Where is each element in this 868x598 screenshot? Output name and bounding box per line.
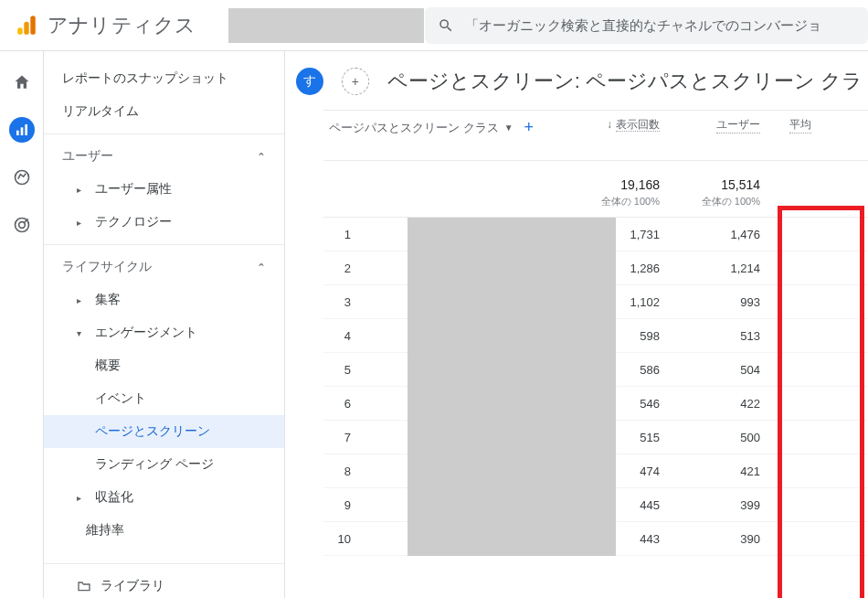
search-placeholder: 「オーガニック検索と直接的なチャネルでのコンバージョ	[465, 17, 821, 35]
sidebar-item-landing[interactable]: ランディング ページ	[44, 448, 284, 481]
totals-views-pct: 全体の 100%	[601, 195, 660, 208]
row-index: 2	[323, 262, 362, 275]
column-header-views[interactable]: ↓表示回数	[568, 118, 669, 137]
sort-desc-icon: ↓	[607, 118, 612, 131]
column-header-users[interactable]: ユーザー	[669, 118, 769, 137]
svg-point-8	[18, 222, 25, 229]
sidebar-item-engagement[interactable]: ▾エンゲージメント	[44, 316, 284, 349]
sidebar-item-user-attr[interactable]: ▸ユーザー属性	[44, 173, 284, 206]
rail-home-icon[interactable]	[9, 69, 35, 95]
sidebar-item-acquisition[interactable]: ▸集客	[44, 283, 284, 316]
search-icon	[438, 17, 454, 34]
sidebar-section-lifecycle[interactable]: ライフサイクル ⌄	[44, 251, 284, 283]
svg-rect-4	[20, 127, 23, 135]
cell-users: 421	[669, 465, 769, 478]
column-header-extra[interactable]: 平均	[769, 118, 811, 137]
totals-row: 19,168 全体の 100% 15,514 全体の 100%	[323, 161, 868, 218]
icon-rail	[0, 51, 44, 598]
sidebar-item-monetize[interactable]: ▸収益化	[44, 481, 284, 514]
sidebar-item-technology[interactable]: ▸テクノロジー	[44, 206, 284, 239]
row-index: 1	[323, 228, 362, 241]
totals-users: 15,514	[721, 176, 760, 193]
sidebar-item-snapshot[interactable]: レポートのスナップショット	[44, 62, 284, 95]
page-header: す + ページとスクリーン: ページパスとスクリーン クラ	[285, 51, 868, 112]
cell-users: 504	[669, 363, 769, 377]
row-index: 5	[323, 363, 362, 377]
cell-users: 390	[669, 532, 769, 546]
cell-users: 513	[669, 329, 769, 343]
data-table: ページパスとスクリーン クラス ▼ + ↓表示回数 ユーザー 平均	[285, 110, 868, 556]
svg-rect-2	[30, 16, 35, 35]
svg-rect-0	[17, 27, 22, 35]
row-index: 9	[323, 498, 362, 512]
chevron-up-icon: ⌄	[257, 261, 266, 273]
folder-icon	[77, 579, 91, 593]
table-body: 11,7311,47621,2861,21431,102993459851355…	[323, 218, 868, 556]
dimension-header[interactable]: ページパスとスクリーン クラス ▼ +	[323, 118, 568, 137]
sidebar-item-pages-screens[interactable]: ページとスクリーン	[44, 415, 284, 448]
page-title: ページとスクリーン: ページパスとスクリーン クラ	[387, 68, 863, 95]
segment-pill[interactable]: す	[296, 68, 323, 95]
cell-users: 422	[669, 397, 769, 411]
product-name: アナリティクス	[48, 12, 196, 39]
cell-users: 993	[669, 295, 769, 309]
sidebar: レポートのスナップショット リアルタイム ユーザー ⌄ ▸ユーザー属性 ▸テクノ…	[44, 51, 285, 598]
cell-users: 1,476	[669, 228, 769, 241]
sidebar-item-library[interactable]: ライブラリ	[44, 570, 284, 598]
svg-rect-3	[16, 131, 19, 135]
cell-users: 1,214	[669, 262, 769, 275]
sidebar-section-user[interactable]: ユーザー ⌄	[44, 140, 284, 173]
row-index: 7	[323, 431, 362, 444]
logo[interactable]: アナリティクス	[7, 12, 203, 39]
rail-reports-icon[interactable]	[9, 117, 35, 143]
analytics-logo-icon	[15, 14, 38, 37]
row-index: 3	[323, 295, 362, 309]
row-index: 10	[323, 532, 362, 546]
path-column-redacted	[408, 218, 616, 556]
rail-explore-icon[interactable]	[9, 165, 35, 190]
topbar: アナリティクス 「オーガニック検索と直接的なチャネルでのコンバージョ	[0, 0, 868, 51]
sidebar-item-overview[interactable]: 概要	[44, 349, 284, 382]
chevron-up-icon: ⌄	[257, 150, 266, 163]
totals-views: 19,168	[620, 176, 660, 193]
svg-rect-1	[24, 21, 28, 34]
add-dimension-icon[interactable]: +	[524, 118, 535, 137]
row-index: 8	[323, 465, 362, 478]
svg-point-6	[15, 171, 28, 185]
account-selector-redacted[interactable]	[228, 8, 424, 43]
svg-rect-5	[25, 124, 27, 135]
row-index: 6	[323, 397, 362, 411]
cell-users: 500	[669, 431, 769, 444]
app-shell: レポートのスナップショット リアルタイム ユーザー ⌄ ▸ユーザー属性 ▸テクノ…	[0, 51, 868, 598]
cell-users: 399	[669, 498, 769, 512]
add-segment-button[interactable]: +	[342, 68, 369, 95]
sidebar-item-events[interactable]: イベント	[44, 382, 284, 415]
row-index: 4	[323, 329, 362, 343]
search-input[interactable]: 「オーガニック検索と直接的なチャネルでのコンバージョ	[425, 7, 868, 44]
rail-target-icon[interactable]	[9, 212, 35, 238]
chevron-down-icon: ▼	[504, 123, 513, 133]
sidebar-item-retention[interactable]: 維持率	[44, 514, 284, 547]
sidebar-item-realtime[interactable]: リアルタイム	[44, 95, 284, 128]
totals-users-pct: 全体の 100%	[702, 195, 760, 208]
main-content: す + ページとスクリーン: ページパスとスクリーン クラ ページパスとスクリー…	[285, 51, 868, 598]
